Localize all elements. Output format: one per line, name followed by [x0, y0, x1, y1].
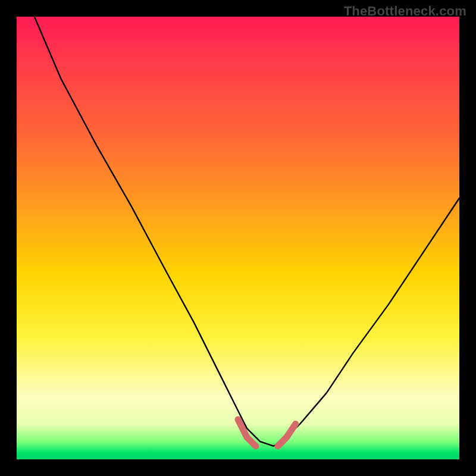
plot-area	[17, 17, 459, 459]
curve-layer	[17, 17, 459, 459]
chart-stage: TheBottleneck.com	[0, 0, 476, 476]
bottleneck-curve	[35, 17, 459, 446]
left-trough-marker	[238, 419, 256, 446]
right-trough-marker	[278, 424, 296, 446]
watermark-text: TheBottleneck.com	[344, 4, 466, 19]
